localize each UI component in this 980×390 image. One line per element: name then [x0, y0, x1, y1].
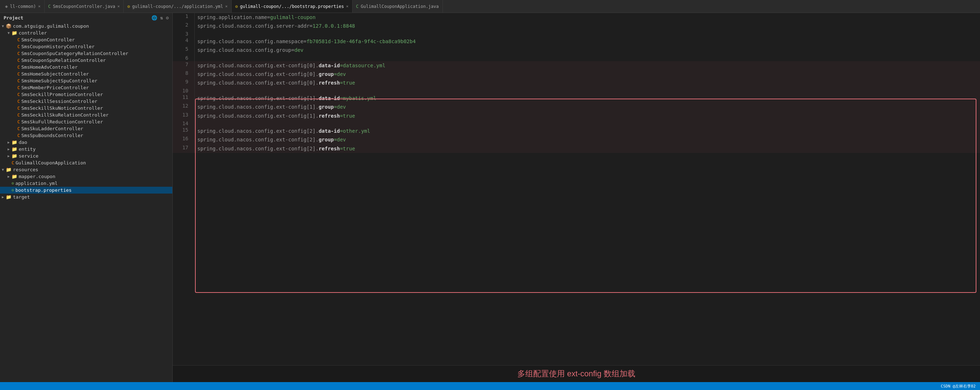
sidebar-header-icons: 🌐 ⇅ ⚙ — [151, 15, 169, 21]
tree-container: 📦com.atguigu.gulimall.coupon📁controller▶… — [0, 23, 172, 201]
tree-item-SmsHomeAdvController[interactable]: ▶CSmsHomeAdvController — [0, 64, 172, 70]
sidebar: Project 🌐 ⇅ ⚙ 📦com.atguigu.gulimall.coup… — [0, 13, 173, 382]
tree-item-root[interactable]: 📦com.atguigu.gulimall.coupon — [0, 23, 172, 30]
tree-item-label: SmsHomeAdvController — [21, 64, 78, 70]
tree-item-resources[interactable]: 📁resources — [0, 166, 172, 173]
class-icon: C — [17, 106, 20, 111]
code-part: group — [319, 104, 334, 110]
line-content-16[interactable]: spring.cloud.nacos.config.ext-config[2].… — [194, 135, 980, 144]
line-content-5[interactable]: spring.cloud.nacos.config.group=dev — [194, 46, 980, 54]
arrow-closed-icon — [6, 147, 11, 151]
tree-item-label: entity — [19, 146, 36, 152]
tab-close-icon[interactable]: ✕ — [346, 4, 348, 9]
tab-application-yml[interactable]: ⚙gulimall-coupon/.../application.yml✕ — [124, 0, 232, 13]
tree-item-controller[interactable]: 📁controller — [0, 30, 172, 37]
arrow-open-icon — [0, 24, 6, 28]
tree-item-SmsHomeSubjectController[interactable]: ▶CSmsHomeSubjectController — [0, 70, 172, 77]
line-content-12[interactable]: spring.cloud.nacos.config.ext-config[1].… — [194, 102, 980, 111]
code-container[interactable]: 1spring.application.name=gulimall-coupon… — [173, 13, 980, 365]
code-key: spring.cloud.nacos.config.namespace= — [197, 38, 307, 44]
tab-close-icon[interactable]: ✕ — [38, 4, 41, 9]
tree-item-SmsSeckillPromotionController[interactable]: ▶CSmsSeckillPromotionController — [0, 91, 172, 98]
tree-item-SmsCouponHistoryController[interactable]: ▶CSmsCouponHistoryController — [0, 43, 172, 50]
line-content-6[interactable] — [194, 55, 980, 61]
tree-item-entity[interactable]: 📁entity — [0, 146, 172, 153]
tree-item-SmsSkuLadderController[interactable]: ▶CSmsSkuLadderController — [0, 125, 172, 132]
tab-close-icon[interactable]: ✕ — [117, 4, 120, 9]
line-content-2[interactable]: spring.cloud.nacos.config.server-addr=12… — [194, 22, 980, 30]
line-content-8[interactable]: spring.cloud.nacos.config.ext-config[0].… — [194, 70, 980, 78]
expand-icon[interactable]: ⇅ — [160, 15, 163, 21]
tree-item-SmsCouponSpuCategoryRelationController[interactable]: ▶CSmsCouponSpuCategoryRelationController — [0, 50, 172, 57]
tab-bootstrap-props[interactable]: ⚙gulimall-coupon/.../bootstrap.propertie… — [232, 0, 353, 13]
line-number-7: 7 — [173, 61, 194, 70]
code-line-16: 16spring.cloud.nacos.config.ext-config[2… — [173, 135, 980, 144]
tree-item-SmsCouponSpuRelationController[interactable]: ▶CSmsCouponSpuRelationController — [0, 57, 172, 64]
tab-SmsCouponController[interactable]: CSmsCouponController.java✕ — [45, 0, 124, 13]
tree-item-label: GulimallCouponApplication — [16, 160, 86, 166]
tree-item-label: SmsSeckillSkuRelationController — [21, 112, 109, 118]
arrow-closed-icon — [6, 175, 11, 178]
class-icon: C — [17, 44, 20, 49]
sidebar-title: Project — [3, 15, 23, 21]
tree-item-SmsSeckillSkuRelationController[interactable]: ▶CSmsSeckillSkuRelationController — [0, 111, 172, 118]
line-content-14[interactable] — [194, 120, 980, 127]
code-line-8: 8spring.cloud.nacos.config.ext-config[0]… — [173, 70, 980, 78]
line-number-1: 1 — [173, 13, 194, 22]
bottom-annotation: 多组配置使用 ext-config 数组加载 — [173, 365, 980, 382]
tab-label: SmsCouponController.java — [53, 4, 115, 9]
tree-item-dao[interactable]: 📁dao — [0, 139, 172, 146]
tree-item-label: service — [19, 153, 38, 159]
line-content-1[interactable]: spring.application.name=gulimall-coupon — [194, 13, 980, 22]
arrow-closed-icon — [6, 140, 11, 144]
tree-item-label: dao — [19, 140, 27, 145]
java-icon: C — [356, 4, 359, 9]
line-content-17[interactable]: spring.cloud.nacos.config.ext-config[2].… — [194, 144, 980, 153]
arrow-open-icon — [6, 31, 11, 35]
line-content-4[interactable]: spring.cloud.nacos.config.namespace=fb70… — [194, 37, 980, 46]
tree-item-target[interactable]: 📁target — [0, 194, 172, 201]
line-content-9[interactable]: spring.cloud.nacos.config.ext-config[0].… — [194, 78, 980, 87]
status-text: CSDN @左林右李02 — [941, 384, 976, 389]
line-content-10[interactable] — [194, 88, 980, 94]
class-icon: C — [17, 113, 20, 118]
tree-item-SmsHomeSubjectSpuController[interactable]: ▶CSmsHomeSubjectSpuController — [0, 77, 172, 84]
code-key: spring.cloud.nacos.config.group= — [197, 47, 295, 53]
tab-label: gulimall-coupon/.../application.yml — [132, 4, 223, 9]
line-number-16: 16 — [173, 135, 194, 144]
tree-item-SmsSeckillSessionController[interactable]: ▶CSmsSeckillSessionController — [0, 98, 172, 105]
globe-icon[interactable]: 🌐 — [151, 15, 157, 21]
tree-item-SmsSkuFullReductionController[interactable]: ▶CSmsSkuFullReductionController — [0, 118, 172, 125]
line-content-3[interactable] — [194, 30, 980, 37]
line-number-15: 15 — [173, 127, 194, 135]
line-content-7[interactable]: spring.cloud.nacos.config.ext-config[0].… — [194, 61, 980, 70]
tree-item-GulimallCouponApplication[interactable]: ▶CGulimallCouponApplication — [0, 159, 172, 166]
tree-item-label: SmsCouponController — [21, 37, 75, 43]
line-number-10: 10 — [173, 88, 194, 94]
tree-item-SmsSpuBoundsController[interactable]: ▶CSmsSpuBoundsController — [0, 132, 172, 139]
line-content-13[interactable]: spring.cloud.nacos.config.ext-config[1].… — [194, 111, 980, 120]
tab-GulimallCouponApplication[interactable]: CGulimallCouponApplication.java — [353, 0, 443, 13]
tab-close-icon[interactable]: ✕ — [225, 4, 228, 9]
code-value: 127.0.0.1:8848 — [313, 23, 355, 29]
tree-item-mapper-coupon[interactable]: 📁mapper.coupon — [0, 173, 172, 180]
yaml-file-icon: ⚙ — [11, 188, 14, 193]
tab-ll-common[interactable]: ◈ll-common)✕ — [2, 0, 45, 13]
gear-icon[interactable]: ⚙ — [166, 15, 169, 21]
code-line-5: 5spring.cloud.nacos.config.group=dev — [173, 46, 980, 54]
tree-item-service[interactable]: 📁service — [0, 153, 172, 159]
tree-item-application-yml-file[interactable]: ▶⚙application.yml — [0, 180, 172, 187]
tree-item-SmsSeckillSkuNoticeController[interactable]: ▶CSmsSeckillSkuNoticeController — [0, 105, 172, 111]
tree-item-SmsMemberPriceController[interactable]: ▶CSmsMemberPriceController — [0, 84, 172, 91]
code-part: spring.cloud.nacos.config.ext-config[0]. — [197, 63, 319, 68]
class-icon: C — [17, 78, 20, 83]
tree-item-label: mapper.coupon — [19, 174, 56, 179]
line-content-11[interactable]: spring.cloud.nacos.config.ext-config[1].… — [194, 94, 980, 102]
tree-item-label: target — [13, 194, 30, 200]
class-icon: C — [17, 92, 20, 97]
code-line-11: 11spring.cloud.nacos.config.ext-config[1… — [173, 94, 980, 102]
code-part: spring.cloud.nacos.config.ext-config[0]. — [197, 80, 319, 86]
tree-item-bootstrap-props-file[interactable]: ▶⚙bootstrap.properties — [0, 187, 172, 194]
tree-item-SmsCouponController[interactable]: ▶CSmsCouponController — [0, 37, 172, 43]
line-content-15[interactable]: spring.cloud.nacos.config.ext-config[2].… — [194, 127, 980, 135]
